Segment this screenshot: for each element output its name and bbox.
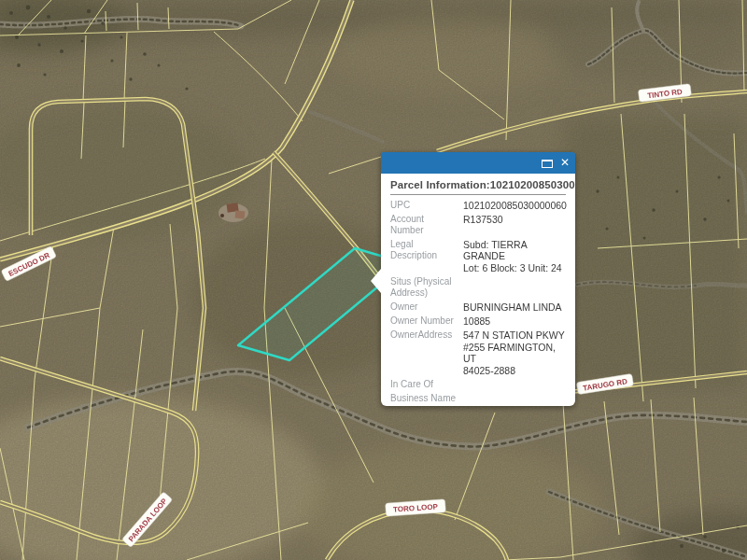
field-situs: Situs (Physical Address) — [390, 276, 566, 299]
close-icon[interactable]: ✕ — [560, 155, 570, 170]
map-viewer: TINTO RD ESCUDO DR TARUGO RD TORO LOOP P… — [0, 0, 747, 560]
field-upc: UPC 1021020085030000060 — [390, 200, 566, 211]
popup-body: Parcel Information:1021020085030000060 U… — [381, 174, 575, 406]
field-legal-description: Legal Description Subd: TIERRA GRANDE Lo… — [390, 239, 566, 273]
field-owner-address: OwnerAddress 547 N STATION PKWY #255 FAR… — [390, 329, 566, 376]
field-owner-number: Owner Number 10885 — [390, 315, 566, 327]
field-business-name: Business Name — [390, 393, 566, 404]
popup-divider — [390, 194, 566, 195]
field-owner: Owner BURNINGHAM LINDA — [390, 301, 566, 313]
field-in-care-of: In Care Of — [390, 379, 566, 390]
popup-titlebar: ✕ — [381, 152, 575, 174]
maximize-icon[interactable] — [542, 160, 553, 168]
field-account-number: Account Number R137530 — [390, 214, 566, 236]
parcel-info-popup: ✕ Parcel Information:1021020085030000060… — [381, 152, 575, 406]
popup-title: Parcel Information:1021020085030000060 — [390, 179, 566, 190]
popup-pointer-tail — [371, 269, 381, 293]
